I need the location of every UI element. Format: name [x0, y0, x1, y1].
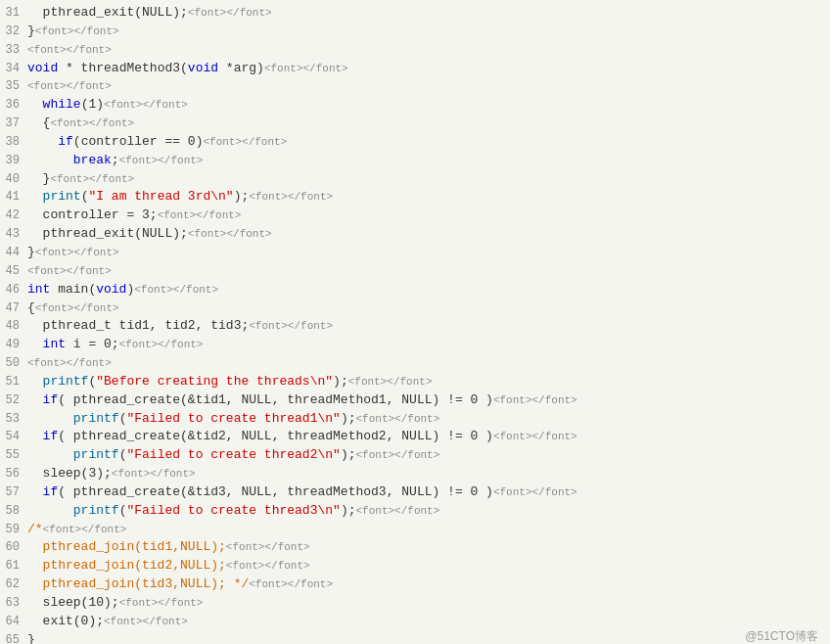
line-content: int i = 0;<font></font>: [27, 336, 822, 354]
line-content: sleep(10);<font></font>: [27, 594, 822, 613]
line-number: 44: [0, 245, 27, 261]
line-content: print("I am thread 3rd\n");<font></font>: [27, 188, 822, 207]
code-line: 45<font></font>: [0, 262, 830, 281]
line-number: 63: [0, 595, 27, 612]
line-content: controller = 3;<font></font>: [27, 207, 822, 225]
code-line: 62 pthread_join(tid3,NULL); */<font></fo…: [0, 575, 830, 594]
line-number: 42: [0, 207, 27, 224]
line-content: }<font></font>: [27, 170, 822, 189]
code-line: 52 if( pthread_create(&tid1, NULL, threa…: [0, 391, 830, 410]
line-number: 62: [0, 576, 27, 593]
code-line: 50<font></font>: [0, 354, 830, 373]
line-number: 37: [0, 115, 27, 132]
line-number: 31: [0, 5, 27, 22]
line-content: <font></font>: [27, 77, 822, 96]
line-content: pthread_join(tid2,NULL);<font></font>: [27, 557, 822, 575]
code-line: 59/*<font></font>: [0, 521, 830, 539]
code-line: 55 printf("Failed to create thread2\n");…: [0, 446, 830, 465]
line-number: 36: [0, 97, 27, 114]
code-lines: 31 pthread_exit(NULL);<font></font>32}<f…: [0, 4, 830, 644]
line-content: {<font></font>: [27, 115, 822, 133]
line-number: 58: [0, 503, 27, 520]
line-content: pthread_exit(NULL);<font></font>: [27, 4, 822, 23]
line-content: printf("Before creating the threads\n");…: [27, 373, 822, 391]
code-line: 58 printf("Failed to create thread3\n");…: [0, 502, 830, 521]
line-number: 53: [0, 411, 27, 428]
line-content: <font></font>: [27, 354, 822, 373]
code-line: 40 }<font></font>: [0, 170, 830, 189]
line-number: 52: [0, 392, 27, 409]
code-line: 53 printf("Failed to create thread1\n");…: [0, 410, 830, 429]
line-number: 35: [0, 78, 27, 95]
line-number: 48: [0, 318, 27, 335]
line-number: 64: [0, 614, 27, 630]
line-number: 60: [0, 539, 27, 556]
code-line: 46int main(void)<font></font>: [0, 281, 830, 299]
line-content: {<font></font>: [27, 299, 822, 318]
line-number: 40: [0, 171, 27, 188]
line-number: 33: [0, 42, 27, 59]
code-line: 47{<font></font>: [0, 299, 830, 318]
line-number: 55: [0, 447, 27, 464]
code-line: 63 sleep(10);<font></font>: [0, 594, 830, 613]
line-content: if(controller == 0)<font></font>: [27, 133, 822, 152]
line-number: 45: [0, 263, 27, 280]
line-content: exit(0);<font></font>: [27, 613, 822, 631]
line-number: 54: [0, 429, 27, 445]
code-line: 56 sleep(3);<font></font>: [0, 465, 830, 483]
line-number: 47: [0, 300, 27, 317]
code-line: 49 int i = 0;<font></font>: [0, 336, 830, 354]
line-content: pthread_join(tid3,NULL); */<font></font>: [27, 575, 822, 594]
line-content: pthread_t tid1, tid2, tid3;<font></font>: [27, 317, 822, 336]
code-container: 31 pthread_exit(NULL);<font></font>32}<f…: [0, 0, 830, 644]
line-number: 38: [0, 134, 27, 151]
line-number: 43: [0, 226, 27, 243]
code-line: 65}: [0, 631, 830, 644]
code-line: 48 pthread_t tid1, tid2, tid3;<font></fo…: [0, 317, 830, 336]
code-line: 57 if( pthread_create(&tid3, NULL, threa…: [0, 483, 830, 502]
line-content: if( pthread_create(&tid1, NULL, threadMe…: [27, 391, 822, 410]
line-number: 32: [0, 23, 27, 40]
line-content: }: [27, 631, 822, 644]
code-line: 38 if(controller == 0)<font></font>: [0, 133, 830, 152]
line-number: 50: [0, 355, 27, 372]
line-number: 34: [0, 61, 27, 77]
code-line: 35<font></font>: [0, 77, 830, 96]
line-number: 39: [0, 153, 27, 169]
line-content: int main(void)<font></font>: [27, 281, 822, 299]
code-line: 54 if( pthread_create(&tid2, NULL, threa…: [0, 428, 830, 446]
watermark: @51CTO博客: [745, 628, 818, 644]
code-line: 64 exit(0);<font></font>: [0, 613, 830, 631]
code-line: 41 print("I am thread 3rd\n");<font></fo…: [0, 188, 830, 207]
line-content: while(1)<font></font>: [27, 96, 822, 115]
line-content: <font></font>: [27, 262, 822, 281]
line-content: /*<font></font>: [27, 521, 822, 539]
line-content: break;<font></font>: [27, 152, 822, 170]
line-content: printf("Failed to create thread2\n");<fo…: [27, 446, 822, 465]
code-line: 37 {<font></font>: [0, 115, 830, 133]
line-content: pthread_join(tid1,NULL);<font></font>: [27, 538, 822, 557]
code-line: 36 while(1)<font></font>: [0, 96, 830, 115]
code-line: 60 pthread_join(tid1,NULL);<font></font>: [0, 538, 830, 557]
line-number: 46: [0, 282, 27, 299]
line-number: 61: [0, 558, 27, 575]
code-line: 32}<font></font>: [0, 23, 830, 41]
line-content: pthread_exit(NULL);<font></font>: [27, 225, 822, 244]
code-line: 31 pthread_exit(NULL);<font></font>: [0, 4, 830, 23]
line-number: 49: [0, 337, 27, 353]
line-content: <font></font>: [27, 41, 822, 60]
line-content: if( pthread_create(&tid3, NULL, threadMe…: [27, 483, 822, 502]
code-line: 43 pthread_exit(NULL);<font></font>: [0, 225, 830, 244]
line-content: void * threadMethod3(void *arg)<font></f…: [27, 60, 822, 78]
code-line: 33<font></font>: [0, 41, 830, 60]
code-line: 34void * threadMethod3(void *arg)<font><…: [0, 60, 830, 78]
line-content: printf("Failed to create thread3\n");<fo…: [27, 502, 822, 521]
line-content: }<font></font>: [27, 244, 822, 262]
line-content: if( pthread_create(&tid2, NULL, threadMe…: [27, 428, 822, 446]
line-number: 65: [0, 632, 27, 644]
code-line: 61 pthread_join(tid2,NULL);<font></font>: [0, 557, 830, 575]
code-line: 51 printf("Before creating the threads\n…: [0, 373, 830, 391]
line-number: 56: [0, 466, 27, 483]
line-content: sleep(3);<font></font>: [27, 465, 822, 483]
code-line: 39 break;<font></font>: [0, 152, 830, 170]
